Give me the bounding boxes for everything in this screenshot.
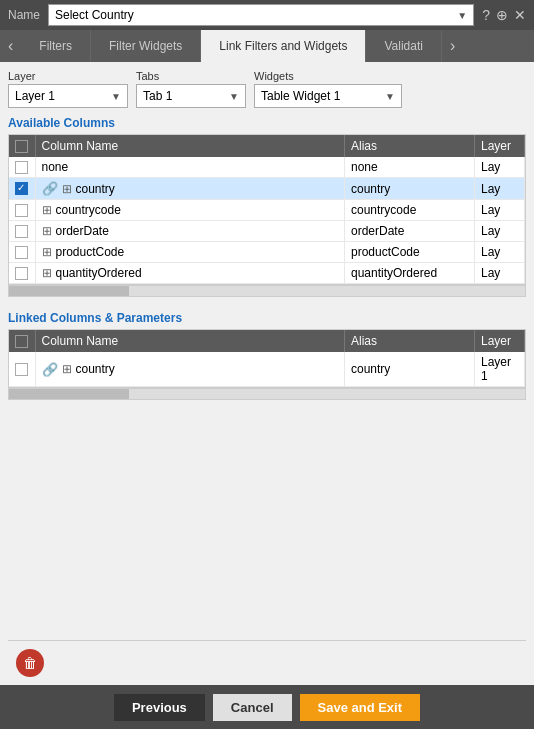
tab-validation[interactable]: Validati: [366, 30, 441, 62]
tab-nav-right[interactable]: ›: [442, 30, 463, 62]
row-alias-cell: productCode: [345, 242, 475, 263]
table-icon: ⊞: [42, 245, 52, 259]
tab-nav-left[interactable]: ‹: [0, 30, 21, 62]
row-checkbox[interactable]: [15, 246, 28, 259]
available-table-scroll[interactable]: Column Name Alias Layer nonenoneLay🔗⊞ co…: [8, 134, 526, 285]
available-table-row[interactable]: ⊞ orderDateorderDateLay: [9, 221, 525, 242]
previous-button[interactable]: Previous: [114, 694, 205, 721]
linked-header-checkbox-icon[interactable]: [15, 335, 28, 348]
row-name: productCode: [56, 245, 125, 259]
linked-table-scroll[interactable]: Column Name Alias Layer 🔗⊞ countrycountr…: [8, 329, 526, 388]
available-header-name: Column Name: [35, 135, 345, 157]
delete-button[interactable]: 🗑: [16, 649, 44, 677]
linked-header-layer: Layer: [475, 330, 525, 352]
tab-filter-widgets[interactable]: Filter Widgets: [91, 30, 201, 62]
linked-row-checkbox-cell: [9, 352, 35, 387]
available-scroll-thumb: [9, 286, 129, 296]
row-name-cell: ⊞ orderDate: [35, 221, 345, 242]
cancel-button[interactable]: Cancel: [213, 694, 292, 721]
layer-select[interactable]: Layer 1 ▼: [8, 84, 128, 108]
link-icon: 🔗: [42, 181, 58, 196]
available-table-row[interactable]: ⊞ productCodeproductCodeLay: [9, 242, 525, 263]
available-header-layer: Layer: [475, 135, 525, 157]
linked-header-name: Column Name: [35, 330, 345, 352]
move-icon[interactable]: ⊕: [496, 7, 508, 23]
selects-row: Layer Layer 1 ▼ Tabs Tab 1 ▼ Widgets Tab…: [8, 70, 526, 108]
widgets-label: Widgets: [254, 70, 402, 82]
tab-filters[interactable]: Filters: [21, 30, 91, 62]
help-icon[interactable]: ?: [482, 7, 490, 23]
layer-label: Layer: [8, 70, 128, 82]
available-h-scrollbar[interactable]: [8, 285, 526, 297]
available-section-title: Available Columns: [8, 116, 526, 130]
row-checkbox-cell: [9, 263, 35, 284]
linked-row-name: country: [76, 362, 115, 376]
linked-scroll-thumb: [9, 389, 129, 399]
name-dropdown[interactable]: Select Country ▼: [48, 4, 474, 26]
bottom-buttons: Previous Cancel Save and Exit: [0, 685, 534, 729]
linked-header-alias: Alias: [345, 330, 475, 352]
linked-row-checkbox[interactable]: [15, 363, 28, 376]
row-checkbox-cell: [9, 157, 35, 178]
row-layer-cell: Lay: [475, 178, 525, 200]
row-checkbox-cell: [9, 200, 35, 221]
tabs-label: Tabs: [136, 70, 246, 82]
available-table: Column Name Alias Layer nonenoneLay🔗⊞ co…: [9, 135, 525, 284]
available-table-row[interactable]: 🔗⊞ countrycountryLay: [9, 178, 525, 200]
row-checkbox[interactable]: [15, 161, 28, 174]
widgets-dropdown-icon: ▼: [385, 91, 395, 102]
close-icon[interactable]: ✕: [514, 7, 526, 23]
save-exit-button[interactable]: Save and Exit: [300, 694, 421, 721]
title-bar: Name Select Country ▼ ? ⊕ ✕: [0, 0, 534, 30]
available-table-row[interactable]: nonenoneLay: [9, 157, 525, 178]
table-icon: ⊞: [42, 203, 52, 217]
footer: 🗑: [8, 640, 526, 685]
linked-table-icon: ⊞: [62, 362, 72, 376]
linked-row-alias-cell: country: [345, 352, 475, 387]
row-checkbox[interactable]: [15, 204, 28, 217]
available-header-alias: Alias: [345, 135, 475, 157]
dropdown-arrow-icon: ▼: [457, 10, 467, 21]
linked-section-title: Linked Columns & Parameters: [8, 311, 526, 325]
linked-header-checkbox: [9, 330, 35, 352]
row-checkbox[interactable]: [15, 182, 28, 195]
table-icon: ⊞: [42, 224, 52, 238]
title-icons: ? ⊕ ✕: [482, 7, 526, 23]
row-name: quantityOrdered: [56, 266, 142, 280]
widgets-select[interactable]: Table Widget 1 ▼: [254, 84, 402, 108]
row-name-cell: ⊞ countrycode: [35, 200, 345, 221]
row-checkbox-cell: [9, 221, 35, 242]
linked-h-scrollbar[interactable]: [8, 388, 526, 400]
tabs-select[interactable]: Tab 1 ▼: [136, 84, 246, 108]
available-table-wrapper: Column Name Alias Layer nonenoneLay🔗⊞ co…: [8, 134, 526, 303]
row-name: country: [76, 182, 115, 196]
linked-table: Column Name Alias Layer 🔗⊞ countrycountr…: [9, 330, 525, 387]
header-checkbox-icon[interactable]: [15, 140, 28, 153]
row-layer-cell: Lay: [475, 221, 525, 242]
row-name: orderDate: [56, 224, 109, 238]
tabs-select-group: Tabs Tab 1 ▼: [136, 70, 246, 108]
name-label: Name: [8, 8, 40, 22]
available-table-row[interactable]: ⊞ countrycodecountrycodeLay: [9, 200, 525, 221]
row-alias-cell: orderDate: [345, 221, 475, 242]
row-name-cell: none: [35, 157, 345, 178]
layer-dropdown-icon: ▼: [111, 91, 121, 102]
available-header-checkbox: [9, 135, 35, 157]
row-name: none: [42, 160, 69, 174]
linked-row-layer-cell: Layer 1: [475, 352, 525, 387]
linked-table-row[interactable]: 🔗⊞ countrycountryLayer 1: [9, 352, 525, 387]
row-layer-cell: Lay: [475, 157, 525, 178]
row-checkbox[interactable]: [15, 225, 28, 238]
row-name-cell: 🔗⊞ country: [35, 178, 345, 200]
linked-row-name-cell: 🔗⊞ country: [35, 352, 345, 387]
row-name-cell: ⊞ quantityOrdered: [35, 263, 345, 284]
tab-link-filters[interactable]: Link Filters and Widgets: [201, 30, 366, 62]
main-content: Layer Layer 1 ▼ Tabs Tab 1 ▼ Widgets Tab…: [0, 62, 534, 685]
tabs-dropdown-icon: ▼: [229, 91, 239, 102]
available-table-row[interactable]: ⊞ quantityOrderedquantityOrderedLay: [9, 263, 525, 284]
widgets-select-group: Widgets Table Widget 1 ▼: [254, 70, 402, 108]
row-name-cell: ⊞ productCode: [35, 242, 345, 263]
row-checkbox[interactable]: [15, 267, 28, 280]
linked-table-wrapper: Column Name Alias Layer 🔗⊞ countrycountr…: [8, 329, 526, 406]
spacer: [8, 414, 526, 640]
